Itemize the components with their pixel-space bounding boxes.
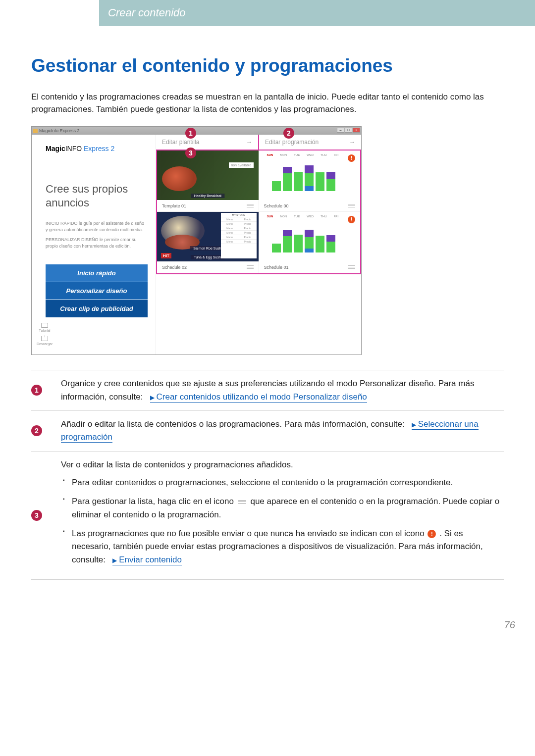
num-badge-3: 3 [31,510,42,521]
slogan: Cree sus propios anuncios [46,182,148,209]
link-send-content[interactable]: Enviar contenido [112,555,182,565]
download-icon[interactable]: ↓Descargar [37,336,53,346]
link-customize-design[interactable]: Crear contenidos utilizando el modo Pers… [150,392,367,403]
window-title: MagicInfo Express 2 [39,128,80,133]
window-minimize-button[interactable]: – [337,128,344,133]
menu-icon[interactable] [348,203,355,208]
explanation-table: 1 Organice y cree contenidos que se ajus… [31,370,504,580]
arrow-right-icon: → [349,139,355,146]
sidebar: MagicINFO Express 2 Cree sus propios anu… [32,135,156,354]
app-screenshot: 1 2 3 MagicInfo Express 2 – □ × MagicINF… [31,126,362,355]
header-bar: Crear contenido [0,0,535,26]
app-logo: MagicINFO Express 2 [46,145,148,152]
schedule-chart-1: SUNMONTUEWEDTHUFRI ! [259,212,361,261]
schedule-card[interactable]: SUNMONTUEWEDTHUFRI ! Schedule 01 [259,212,361,273]
desc-customize: PERSONALIZAR DISEÑO le permite crear su … [46,237,148,249]
alert-icon: ! [428,530,436,538]
app-icon [33,129,38,133]
window-titlebar: MagicInfo Express 2 – □ × [32,127,361,135]
menu-icon[interactable] [348,264,355,270]
template-card[interactable]: non available Healthy Breakfast Template… [157,151,259,212]
schedule-card[interactable]: SUNMONTUEWEDTHUFRI ! Schedule 00 [259,151,361,212]
arrow-right-icon: → [246,139,252,146]
page-title: Gestionar el contenido y programaciones [31,55,504,76]
num-badge-1: 1 [31,385,42,396]
create-ad-clip-button[interactable]: Crear clip de publicidad [46,300,148,317]
quick-start-button[interactable]: Inicio rápido [46,264,148,282]
schedule-chart-0: SUNMONTUEWEDTHUFRI ! [259,151,361,200]
header-tab-blank [0,0,99,26]
menu-icon[interactable] [247,203,254,208]
tab-edit-schedule[interactable]: Editar programación→ [259,135,361,150]
tutorial-icon[interactable]: Tutorial [37,323,53,332]
page-number: 76 [0,600,535,641]
menu-icon [238,499,246,504]
tab-edit-template[interactable]: Editar plantilla→ [156,135,259,150]
main-area: Editar plantilla→ Editar programación→ n… [156,135,361,354]
desc-quickstart: INICIO RÁPIDO le guía por el asistente d… [46,220,148,233]
intro-text: El contenido y las programaciones creada… [31,91,504,115]
schedule-card[interactable]: HIT Salmon Roe Sushi Tuna & Egg Sushi MY… [157,212,259,273]
window-close-button[interactable]: × [353,128,360,133]
num-badge-2: 2 [31,425,42,436]
menu-icon[interactable] [247,264,254,270]
window-maximize-button[interactable]: □ [345,128,352,133]
customize-design-button[interactable]: Personalizar diseño [46,282,148,300]
breadcrumb: Crear contenido [99,6,186,19]
